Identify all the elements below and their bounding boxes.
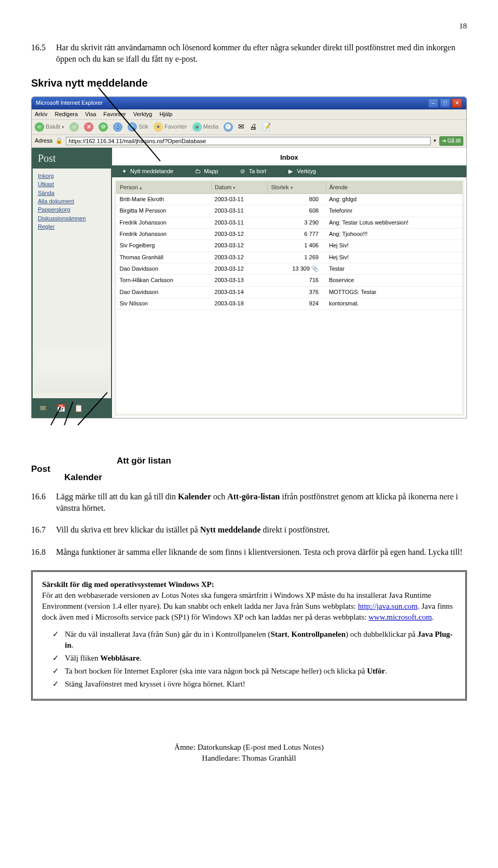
window-minimize-button[interactable]: – [428, 99, 438, 108]
sidebar-sanda[interactable]: Sända [38, 189, 106, 197]
back-button[interactable]: ← Bakåt ▾ [35, 122, 64, 132]
cell-size: 608 [268, 205, 326, 217]
history-button[interactable]: 🕘 [224, 122, 233, 132]
footer-line-1: Ämne: Datorkunskap (E-post med Lotus Not… [31, 742, 467, 753]
table-row[interactable]: Birgitta M Persson2003-03-11608Telefonnr [117, 205, 462, 217]
go-label: Gå till [447, 137, 461, 145]
para-number: 16.7 [31, 524, 56, 536]
main-pane: Inbox ✦ Nytt meddelande 🗀 Mapp ⊘ Ta bort [112, 148, 466, 418]
sort-icon: ▾ [290, 185, 293, 190]
menu-visa[interactable]: Visa [85, 110, 96, 118]
home-button[interactable]: ⌂ [113, 122, 122, 132]
print-button[interactable]: 🖨 [250, 122, 257, 132]
sort-icon: ▾ [233, 185, 236, 190]
refresh-button[interactable]: ⟳ [99, 122, 108, 132]
txt: direkt i postfönstret. [261, 525, 330, 534]
sidebar-regler[interactable]: Regler [38, 223, 106, 231]
cell-size: 1 269 [268, 251, 326, 263]
menu-verktyg[interactable]: Verktyg [133, 110, 153, 118]
cell-subject: Boservice [326, 275, 462, 286]
sidebar-papperskorg[interactable]: Papperskorg [38, 206, 106, 214]
table-row[interactable]: Fredrik Johansson2003-03-113 290Ang: Tes… [117, 217, 462, 228]
cell-subject: Hej Siv! [326, 251, 462, 263]
cell-person: Fredrik Johansson [117, 228, 212, 240]
cell-date: 2003-03-12 [212, 251, 268, 263]
ie-toolbar: ← Bakåt ▾ → ✕ ⟳ ⌂ 🔍 Sök ★ Favoriter ◉ Me… [32, 120, 466, 135]
txt: . [385, 667, 387, 675]
folder-label: Mapp [204, 167, 218, 175]
window-close-button[interactable]: ✕ [452, 99, 462, 108]
heading-skriva-nytt: Skriva nytt meddelande [31, 76, 467, 90]
table-row[interactable]: Dao Davidsson2003-03-1213 309 📎Testar [117, 263, 462, 275]
table-row[interactable]: Torn-Håkan Carlsson2003-03-13716Boservic… [117, 275, 462, 286]
inbox-table-wrap: Person▴ Datum▾ Storlek▾ Ärende Britt-Mar… [114, 179, 464, 415]
todo-nav-icon[interactable]: 📋 [73, 403, 84, 414]
cell-size: 3 290 [268, 217, 326, 228]
mail-nav-icon[interactable]: ✉ [38, 403, 48, 414]
paragraph-16-7: 16.7 Vill du skriva ett brev klickar du … [31, 524, 467, 536]
table-row[interactable]: Fredrik Johansson2003-03-126 777Ang: Tjo… [117, 228, 462, 240]
new-message-label: Nytt meddelande [130, 167, 173, 175]
ie-titlebar: Microsoft Internet Explorer – □ ✕ [32, 97, 466, 109]
mail-button[interactable]: ✉ [238, 122, 244, 132]
cell-person: Siv Fogelberg [117, 240, 212, 251]
para-number: 16.8 [31, 547, 56, 558]
bold-nytt: Nytt meddelande [200, 525, 261, 534]
list-item: Stäng Javafönstret med krysset i övre hö… [52, 679, 456, 690]
sidebar-utkast[interactable]: Utkast [38, 180, 106, 188]
go-button[interactable]: ➔ Gå till [439, 136, 463, 146]
link-microsoft[interactable]: www.microsoft.com [368, 613, 432, 621]
txt: . [140, 654, 142, 662]
delete-label: Ta bort [249, 167, 267, 175]
windows-xp-box: Särskilt för dig med operativsystemet Wi… [31, 570, 467, 701]
tools-button[interactable]: ▶ Verktyg [287, 167, 316, 175]
bold-kontrollpanelen: Kontrollpanelen [292, 630, 346, 638]
menu-redigera[interactable]: Redigera [54, 110, 78, 118]
cell-date: 2003-03-14 [212, 286, 268, 298]
para-body: Har du skrivit rätt användarnamn och lös… [56, 42, 467, 65]
footer-line-2: Handledare: Thomas Granhäll [31, 753, 467, 764]
col-person[interactable]: Person▴ [117, 182, 212, 193]
link-java-sun[interactable]: http://java.sun.com [358, 602, 418, 610]
cell-date: 2003-03-11 [212, 217, 268, 228]
bold-attgora: Att-göra-listan [227, 492, 280, 501]
favorites-button[interactable]: ★ Favoriter [154, 122, 187, 132]
table-row[interactable]: Britt-Marie Ekroth2003-03-11800Ang: gfdg… [117, 193, 462, 205]
cell-person: Thomas Granhäll [117, 251, 212, 263]
folder-button[interactable]: 🗀 Mapp [194, 167, 218, 175]
bold-webblasare: Webbläsare [100, 654, 140, 662]
txt: Vill du skriva ett brev klickar du istäl… [56, 525, 200, 534]
table-row[interactable]: Dao Davidsson2003-03-14376MOTTOGS: Testa… [117, 286, 462, 298]
new-message-button[interactable]: ✦ Nytt meddelande [120, 167, 173, 175]
cell-subject: Ang: Tjohooo!!! [326, 228, 462, 240]
stop-button[interactable]: ✕ [84, 122, 93, 132]
cell-date: 2003-03-18 [212, 298, 268, 310]
txt: När du väl installerat Java (från Sun) g… [65, 630, 271, 638]
delete-button[interactable]: ⊘ Ta bort [239, 167, 267, 175]
menu-arkiv[interactable]: Arkiv [35, 110, 47, 118]
box-title: Särskilt för dig med operativsystemet Wi… [42, 579, 456, 590]
col-arende[interactable]: Ärende [326, 182, 462, 193]
col-datum[interactable]: Datum▾ [212, 182, 268, 193]
table-row[interactable]: Siv Nilsson2003-03-18924kontorsmat. [117, 298, 462, 310]
cell-size: 376 [268, 286, 326, 298]
sidebar-alla-dokument[interactable]: Alla dokument [38, 198, 106, 205]
col-storlek-label: Storlek [271, 184, 288, 190]
menu-hjalp[interactable]: Hjälp [159, 110, 172, 118]
sidebar-inkorg[interactable]: Inkorg [38, 172, 106, 180]
window-maximize-button[interactable]: □ [440, 99, 450, 108]
sidebar-diskussionsamnen[interactable]: Diskussionsämnen [38, 215, 106, 222]
edit-button[interactable]: 📝 [262, 122, 271, 132]
cell-person: Dao Davidsson [117, 286, 212, 298]
list-item: Välj fliken Webbläsare. [52, 653, 456, 664]
screenshot-container: Microsoft Internet Explorer – □ ✕ Arkiv … [31, 96, 467, 418]
page-footer: Ämne: Datorkunskap (E-post med Lotus Not… [31, 742, 467, 764]
media-button[interactable]: ◉ Media [192, 122, 219, 132]
cell-person: Birgitta M Persson [117, 205, 212, 217]
table-row[interactable]: Siv Fogelberg2003-03-121 406Hej Siv! [117, 240, 462, 251]
forward-button[interactable]: → [70, 122, 79, 132]
table-row[interactable]: Thomas Granhäll2003-03-121 269Hej Siv! [117, 251, 462, 263]
col-storlek[interactable]: Storlek▾ [268, 182, 326, 193]
bold-kalender: Kalender [178, 492, 211, 501]
address-input[interactable] [66, 137, 431, 145]
